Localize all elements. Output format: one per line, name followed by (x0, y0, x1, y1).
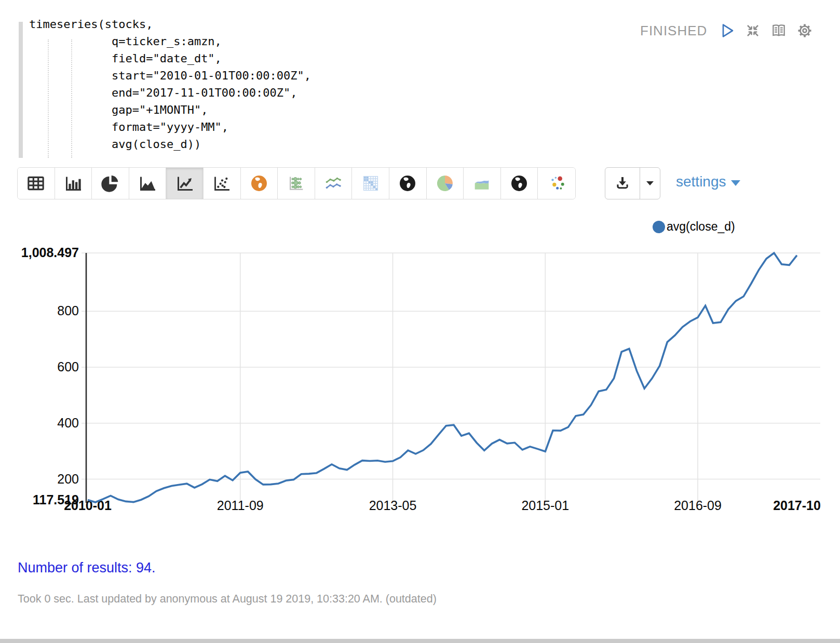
download-icon (614, 175, 631, 192)
code-editor[interactable]: timeseries(stocks, q=ticker_s:amzn, fiel… (29, 16, 311, 153)
zeppelin-paragraph: { "code": { "text": "timeseries(stocks,\… (0, 0, 840, 643)
paragraph-meta: Took 0 sec. Last updated by anonymous at… (18, 593, 437, 606)
chart-type-map-dark-2-button[interactable] (501, 168, 538, 199)
download-options-button[interactable] (640, 168, 660, 199)
editor-scroll-bar[interactable] (19, 22, 23, 158)
x-axis-label: 2011-09 (217, 498, 264, 513)
area-colored-icon (471, 173, 492, 194)
y-axis-label: 1,008.497 (21, 245, 79, 260)
scatter-colored-icon (546, 173, 567, 194)
gear-icon (796, 22, 813, 39)
scatter-plot-icon (211, 173, 232, 194)
chart-type-multiline-button[interactable] (315, 168, 353, 199)
download-button[interactable] (605, 168, 640, 199)
chart-type-area-button[interactable] (129, 168, 167, 199)
chart-type-pie-colored-button[interactable] (427, 168, 464, 199)
results-count: Number of results: 94. (18, 560, 156, 576)
chart-type-area-colored-button[interactable] (464, 168, 501, 199)
chart-type-scatter-colored-button[interactable] (538, 168, 575, 199)
bubble-matrix-icon (286, 173, 306, 194)
chart-type-toolbar (17, 167, 576, 199)
chart-type-heatmap-button[interactable] (352, 168, 389, 199)
chart-type-bubble-matrix-button[interactable] (278, 168, 315, 199)
x-axis-label: 2017-10 (773, 498, 821, 513)
paragraph-controls: FINISHED (640, 21, 813, 41)
settings-caret-icon (731, 180, 740, 186)
chart-type-pie-button[interactable] (92, 168, 129, 199)
timeseries-line-chart[interactable]: 1,008.497800600400200117.5192010-012011-… (0, 213, 840, 525)
collapse-icon (744, 22, 761, 39)
chart-type-scatter-button[interactable] (204, 168, 241, 199)
line-chart-icon (174, 173, 195, 194)
heatmap-grid-icon (360, 173, 381, 194)
series-line-avg(close_d) (88, 253, 797, 502)
play-icon (719, 22, 736, 39)
paragraph-divider (0, 639, 840, 643)
show-editor-button[interactable] (770, 22, 788, 39)
globe-dark-2-icon (509, 173, 530, 194)
download-split-button (605, 167, 660, 199)
chart-type-table-button[interactable] (18, 168, 55, 199)
y-axis-label: 600 (57, 359, 79, 374)
run-button[interactable] (719, 22, 736, 39)
bar-chart-icon (63, 173, 84, 194)
area-chart-icon (137, 173, 158, 194)
table-icon (25, 173, 46, 194)
globe-dark-icon (397, 173, 418, 194)
globe-orange-icon (249, 173, 269, 194)
settings-toggle[interactable]: settings (676, 173, 740, 190)
x-axis-label: 2016-09 (674, 498, 722, 513)
y-axis-label: 800 (57, 303, 79, 318)
y-axis-label: 200 (57, 472, 79, 486)
book-icon (770, 22, 788, 39)
collapse-button[interactable] (744, 22, 761, 39)
chart-type-bar-button[interactable] (55, 168, 92, 199)
caret-down-icon (646, 181, 654, 186)
x-axis-label: 2013-05 (369, 498, 417, 513)
pie-colored-icon (435, 173, 455, 194)
chart-type-line-button[interactable] (166, 168, 204, 199)
paragraph-status: FINISHED (640, 23, 707, 39)
multi-line-chart-icon (323, 173, 344, 194)
pie-chart-icon (100, 173, 120, 194)
y-axis-label: 400 (57, 416, 79, 430)
settings-label: settings (676, 173, 726, 190)
settings-gear-button[interactable] (796, 22, 813, 39)
chart-type-map-dark-button[interactable] (389, 168, 427, 199)
x-axis-label: 2015-01 (521, 498, 569, 513)
chart-type-map-orange-button[interactable] (241, 168, 278, 199)
